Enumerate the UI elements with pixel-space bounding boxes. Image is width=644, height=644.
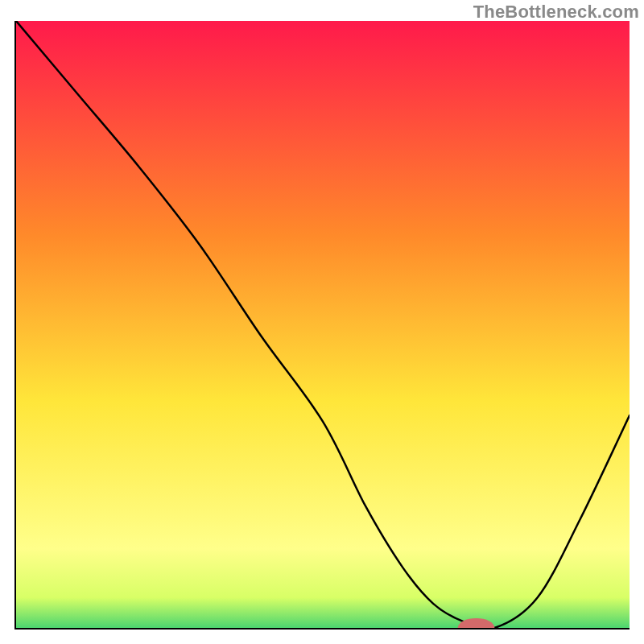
watermark-text: TheBottleneck.com [473,2,639,23]
plot-area [14,21,630,630]
curve-path [16,21,630,628]
bottleneck-curve [16,21,630,628]
optimal-marker [458,618,495,628]
chart-frame: TheBottleneck.com [0,0,644,644]
